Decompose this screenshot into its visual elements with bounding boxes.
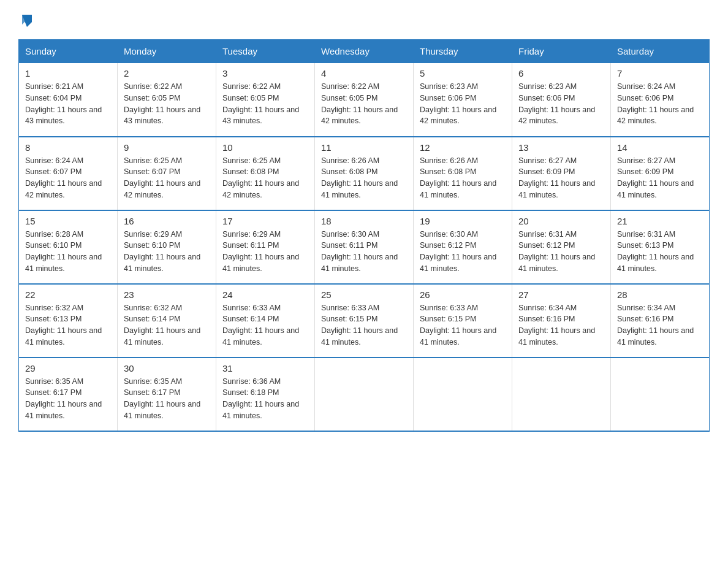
day-info: Sunrise: 6:22 AM Sunset: 6:05 PM Dayligh… [124, 81, 210, 127]
day-info: Sunrise: 6:36 AM Sunset: 6:18 PM Dayligh… [222, 376, 308, 422]
calendar-cell: 24 Sunrise: 6:33 AM Sunset: 6:14 PM Dayl… [216, 284, 315, 358]
day-info: Sunrise: 6:33 AM Sunset: 6:14 PM Dayligh… [222, 302, 308, 348]
day-number: 26 [420, 289, 506, 300]
day-info: Sunrise: 6:35 AM Sunset: 6:17 PM Dayligh… [25, 376, 111, 422]
logo-arrow-icon [20, 12, 34, 27]
calendar-cell: 6 Sunrise: 6:23 AM Sunset: 6:06 PM Dayli… [512, 63, 611, 137]
day-number: 30 [124, 363, 210, 373]
calendar-cell [512, 358, 611, 431]
day-number: 25 [321, 289, 407, 300]
day-number: 4 [321, 68, 407, 79]
day-number: 2 [124, 68, 210, 79]
calendar-table: SundayMondayTuesdayWednesdayThursdayFrid… [18, 39, 710, 432]
day-number: 5 [420, 68, 506, 79]
day-info: Sunrise: 6:34 AM Sunset: 6:16 PM Dayligh… [518, 302, 604, 348]
calendar-cell: 27 Sunrise: 6:34 AM Sunset: 6:16 PM Dayl… [512, 284, 611, 358]
header-tuesday: Tuesday [216, 40, 315, 63]
calendar-cell: 11 Sunrise: 6:26 AM Sunset: 6:08 PM Dayl… [315, 137, 414, 210]
day-number: 29 [25, 363, 111, 373]
day-number: 27 [518, 289, 604, 300]
calendar-cell: 28 Sunrise: 6:34 AM Sunset: 6:16 PM Dayl… [611, 284, 710, 358]
day-info: Sunrise: 6:25 AM Sunset: 6:07 PM Dayligh… [124, 155, 210, 201]
calendar-cell: 10 Sunrise: 6:25 AM Sunset: 6:08 PM Dayl… [216, 137, 315, 210]
calendar-week-row: 15 Sunrise: 6:28 AM Sunset: 6:10 PM Dayl… [19, 210, 710, 284]
day-info: Sunrise: 6:34 AM Sunset: 6:16 PM Dayligh… [617, 302, 703, 348]
calendar-cell: 17 Sunrise: 6:29 AM Sunset: 6:11 PM Dayl… [216, 210, 315, 284]
day-number: 11 [321, 142, 407, 153]
day-number: 10 [222, 142, 308, 153]
day-number: 28 [617, 289, 703, 300]
calendar-cell: 8 Sunrise: 6:24 AM Sunset: 6:07 PM Dayli… [19, 137, 118, 210]
calendar-cell: 12 Sunrise: 6:26 AM Sunset: 6:08 PM Dayl… [414, 137, 512, 210]
calendar-cell: 2 Sunrise: 6:22 AM Sunset: 6:05 PM Dayli… [118, 63, 216, 137]
calendar-week-row: 29 Sunrise: 6:35 AM Sunset: 6:17 PM Dayl… [19, 358, 710, 431]
day-info: Sunrise: 6:22 AM Sunset: 6:05 PM Dayligh… [321, 81, 407, 127]
day-number: 31 [222, 363, 308, 373]
calendar-cell [611, 358, 710, 431]
day-info: Sunrise: 6:29 AM Sunset: 6:11 PM Dayligh… [222, 229, 308, 275]
day-number: 19 [420, 216, 506, 226]
calendar-cell: 16 Sunrise: 6:29 AM Sunset: 6:10 PM Dayl… [118, 210, 216, 284]
day-info: Sunrise: 6:29 AM Sunset: 6:10 PM Dayligh… [124, 229, 210, 275]
calendar-cell: 22 Sunrise: 6:32 AM Sunset: 6:13 PM Dayl… [19, 284, 118, 358]
day-info: Sunrise: 6:30 AM Sunset: 6:11 PM Dayligh… [321, 229, 407, 275]
day-info: Sunrise: 6:24 AM Sunset: 6:07 PM Dayligh… [25, 155, 111, 201]
day-info: Sunrise: 6:27 AM Sunset: 6:09 PM Dayligh… [617, 155, 703, 201]
calendar-cell: 1 Sunrise: 6:21 AM Sunset: 6:04 PM Dayli… [19, 63, 118, 137]
day-number: 16 [124, 216, 210, 226]
calendar-cell: 13 Sunrise: 6:27 AM Sunset: 6:09 PM Dayl… [512, 137, 611, 210]
header-saturday: Saturday [611, 40, 710, 63]
day-info: Sunrise: 6:35 AM Sunset: 6:17 PM Dayligh… [124, 376, 210, 422]
header-thursday: Thursday [414, 40, 512, 63]
calendar-cell: 3 Sunrise: 6:22 AM Sunset: 6:05 PM Dayli… [216, 63, 315, 137]
day-number: 24 [222, 289, 308, 300]
calendar-week-row: 1 Sunrise: 6:21 AM Sunset: 6:04 PM Dayli… [19, 63, 710, 137]
day-number: 13 [518, 142, 604, 153]
calendar-cell: 26 Sunrise: 6:33 AM Sunset: 6:15 PM Dayl… [414, 284, 512, 358]
calendar-cell: 20 Sunrise: 6:31 AM Sunset: 6:12 PM Dayl… [512, 210, 611, 284]
day-number: 15 [25, 216, 111, 226]
calendar-week-row: 22 Sunrise: 6:32 AM Sunset: 6:13 PM Dayl… [19, 284, 710, 358]
calendar-cell: 29 Sunrise: 6:35 AM Sunset: 6:17 PM Dayl… [19, 358, 118, 431]
day-info: Sunrise: 6:31 AM Sunset: 6:13 PM Dayligh… [617, 229, 703, 275]
day-info: Sunrise: 6:32 AM Sunset: 6:14 PM Dayligh… [124, 302, 210, 348]
day-info: Sunrise: 6:31 AM Sunset: 6:12 PM Dayligh… [518, 229, 604, 275]
day-number: 3 [222, 68, 308, 79]
calendar-cell: 15 Sunrise: 6:28 AM Sunset: 6:10 PM Dayl… [19, 210, 118, 284]
day-info: Sunrise: 6:25 AM Sunset: 6:08 PM Dayligh… [222, 155, 308, 201]
day-number: 18 [321, 216, 407, 226]
calendar-week-row: 8 Sunrise: 6:24 AM Sunset: 6:07 PM Dayli… [19, 137, 710, 210]
day-number: 17 [222, 216, 308, 226]
calendar-cell: 7 Sunrise: 6:24 AM Sunset: 6:06 PM Dayli… [611, 63, 710, 137]
calendar-cell: 31 Sunrise: 6:36 AM Sunset: 6:18 PM Dayl… [216, 358, 315, 431]
day-number: 8 [25, 142, 111, 153]
calendar-cell: 9 Sunrise: 6:25 AM Sunset: 6:07 PM Dayli… [118, 137, 216, 210]
day-info: Sunrise: 6:33 AM Sunset: 6:15 PM Dayligh… [321, 302, 407, 348]
calendar-cell: 19 Sunrise: 6:30 AM Sunset: 6:12 PM Dayl… [414, 210, 512, 284]
calendar-cell: 18 Sunrise: 6:30 AM Sunset: 6:11 PM Dayl… [315, 210, 414, 284]
day-number: 1 [25, 68, 111, 79]
calendar-cell: 30 Sunrise: 6:35 AM Sunset: 6:17 PM Dayl… [118, 358, 216, 431]
day-info: Sunrise: 6:21 AM Sunset: 6:04 PM Dayligh… [25, 81, 111, 127]
day-info: Sunrise: 6:33 AM Sunset: 6:15 PM Dayligh… [420, 302, 506, 348]
page-header [18, 12, 710, 27]
header-sunday: Sunday [19, 40, 118, 63]
day-info: Sunrise: 6:27 AM Sunset: 6:09 PM Dayligh… [518, 155, 604, 201]
day-number: 14 [617, 142, 703, 153]
calendar-cell: 25 Sunrise: 6:33 AM Sunset: 6:15 PM Dayl… [315, 284, 414, 358]
calendar-cell: 21 Sunrise: 6:31 AM Sunset: 6:13 PM Dayl… [611, 210, 710, 284]
calendar-cell [315, 358, 414, 431]
calendar-cell: 14 Sunrise: 6:27 AM Sunset: 6:09 PM Dayl… [611, 137, 710, 210]
day-number: 20 [518, 216, 604, 226]
day-info: Sunrise: 6:23 AM Sunset: 6:06 PM Dayligh… [518, 81, 604, 127]
day-number: 7 [617, 68, 703, 79]
logo [18, 12, 34, 27]
day-info: Sunrise: 6:28 AM Sunset: 6:10 PM Dayligh… [25, 229, 111, 275]
day-number: 21 [617, 216, 703, 226]
day-info: Sunrise: 6:24 AM Sunset: 6:06 PM Dayligh… [617, 81, 703, 127]
day-info: Sunrise: 6:30 AM Sunset: 6:12 PM Dayligh… [420, 229, 506, 275]
header-wednesday: Wednesday [315, 40, 414, 63]
day-info: Sunrise: 6:22 AM Sunset: 6:05 PM Dayligh… [222, 81, 308, 127]
day-number: 9 [124, 142, 210, 153]
calendar-cell: 23 Sunrise: 6:32 AM Sunset: 6:14 PM Dayl… [118, 284, 216, 358]
